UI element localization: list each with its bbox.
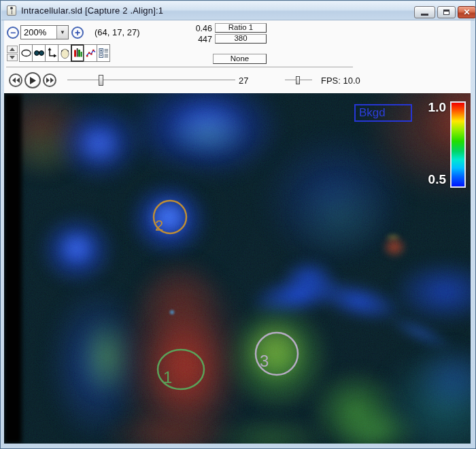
axes-arrow-icon [46,47,58,59]
colorbar-min-label: 0.5 [418,172,446,187]
image-blob [56,229,97,267]
frame-slider-thumb[interactable] [99,75,103,86]
toolbar-panel: − 200% ▼ + (64, 17, 27) 0.46 Ratio 1 447… [4,20,471,93]
down-arrow-icon [10,56,15,59]
wavelength-button[interactable]: 380 [215,34,267,44]
app-window: Intracellular.sld [Capture 2 .Align]:1 ✕… [0,0,476,449]
image-black-margin [4,93,22,444]
close-button[interactable]: ✕ [458,6,476,18]
view-toolbar [19,44,109,62]
mask-view-button[interactable] [58,44,71,62]
image-blob [169,309,175,316]
zoom-in-button[interactable]: + [71,27,84,39]
zoom-in-icon: + [75,28,80,37]
frame-slider-track[interactable] [67,80,235,81]
rewind-button[interactable] [9,73,22,87]
minimize-button[interactable] [414,6,435,18]
data-table-icon [98,47,109,59]
dropdown-arrow-icon[interactable]: ▼ [56,26,68,39]
glasses-icon [33,47,45,59]
fast-forward-icon [46,78,54,83]
zoom-level-select[interactable]: 200% ▼ [20,25,69,39]
image-blob [392,259,471,325]
spinner-down-button[interactable] [7,54,18,61]
maximize-icon [443,10,449,15]
play-icon [30,77,36,84]
background-region-box[interactable]: Bkgd [354,104,412,122]
toolbar-separator [6,67,353,67]
window-title: Intracellular.sld [Capture 2 .Align]:1 [21,5,163,16]
scatter-plot-icon [85,47,97,59]
play-button[interactable] [24,72,41,88]
image-blob [242,319,307,382]
minimize-icon [421,14,428,16]
data-table-button[interactable] [97,44,110,62]
fps-label: FPS: 10.0 [321,76,360,86]
maximize-button[interactable] [437,6,456,18]
stereo-view-button[interactable] [32,44,46,62]
app-icon [7,5,16,16]
zoom-out-icon: − [10,28,16,37]
colorbar-max-label: 1.0 [418,100,446,115]
overlay-none-button[interactable]: None [213,54,267,64]
zoom-level-value: 200% [21,27,56,37]
background-region-label: Bkgd [359,106,386,120]
fluorescence-image-canvas[interactable]: 1 2 3 Bkgd 1.0 0.5 [4,93,471,444]
axes-tool-button[interactable] [45,44,58,62]
histogram-view-button[interactable] [71,44,84,62]
image-blob [147,197,190,237]
ellipse-icon [20,47,32,59]
mask-face-icon [59,47,71,59]
spinner-up-button[interactable] [7,46,18,53]
image-blob [292,173,390,258]
fps-slider-thumb[interactable] [296,76,300,84]
title-bar[interactable]: Intracellular.sld [Capture 2 .Align]:1 ✕ [1,1,475,20]
ratio-value: 0.46 [185,24,212,33]
rewind-icon [12,78,20,83]
image-blob [381,235,407,259]
roi-ellipse-tool-button[interactable] [19,44,33,62]
up-arrow-icon [10,48,15,51]
ratio-channel-button[interactable]: Ratio 1 [215,23,267,33]
histogram-icon [72,47,83,59]
scatter-plot-button[interactable] [84,44,97,62]
image-blob [75,122,124,166]
ratio-colorbar [450,101,466,188]
frame-number: 27 [239,76,256,86]
channel-spinner [7,46,18,61]
fast-forward-button[interactable] [43,73,56,87]
zoom-out-button[interactable]: − [7,27,19,39]
cursor-coordinates: (64, 17, 27) [95,27,140,37]
client-area: − 200% ▼ + (64, 17, 27) 0.46 Ratio 1 447… [4,20,471,444]
close-icon: ✕ [463,8,470,16]
numerator-value: 447 [185,35,212,44]
